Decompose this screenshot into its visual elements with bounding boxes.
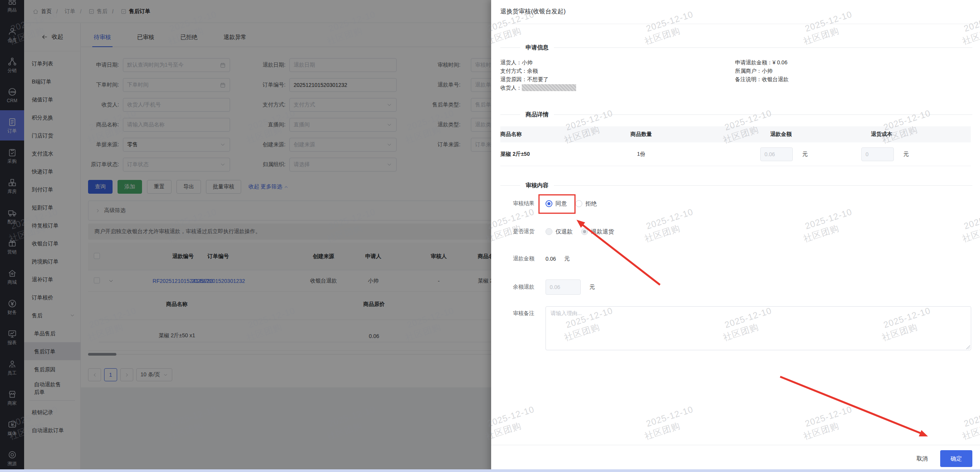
refund-only-radio[interactable] bbox=[546, 228, 552, 235]
refund-amount-input[interactable]: 0.06 bbox=[760, 147, 793, 161]
refund-amount-label: 退款金额 bbox=[513, 255, 534, 262]
review-drawer: 退换货审核(收银台发起) 申请信息 退货人：小帅支付方式：余额退货原因：不想要了… bbox=[491, 0, 980, 472]
modal-mask[interactable] bbox=[0, 0, 491, 472]
balance-refund-input[interactable]: 0.06 bbox=[546, 279, 581, 295]
apply-info-item: 收货人： bbox=[500, 83, 576, 92]
review-remark-label: 审核备注 bbox=[513, 310, 534, 317]
bottom-scrollbar[interactable] bbox=[0, 469, 980, 472]
agree-label[interactable]: 同意 bbox=[555, 200, 567, 207]
apply-info-item: 备注说明：收银台退款 bbox=[735, 75, 789, 83]
refund-return-radio[interactable] bbox=[581, 228, 588, 235]
product-table-header: 商品名称 商品数量 退款金额 退货成本 bbox=[500, 126, 971, 142]
reject-label[interactable]: 拒绝 bbox=[585, 200, 597, 207]
apply-info-item: 申请退款金额：¥ 0.06 bbox=[735, 58, 789, 67]
refund-amount-value: 0.06 bbox=[546, 256, 556, 262]
redacted-value bbox=[522, 84, 576, 91]
apply-info-left: 退货人：小帅支付方式：余额退货原因：不想要了收货人： bbox=[500, 58, 576, 92]
resize-handle[interactable] bbox=[965, 345, 970, 349]
remark-placeholder: 请输入理由... bbox=[550, 310, 582, 316]
section-product-detail: 商品详情 bbox=[500, 111, 972, 118]
apply-info-item: 支付方式：余额 bbox=[500, 67, 576, 75]
return-cost-input[interactable]: 0 bbox=[861, 147, 894, 161]
review-result-row: 审核结果 同意 拒绝 bbox=[513, 200, 534, 207]
review-result-label: 审核结果 bbox=[513, 200, 534, 207]
product-qty: 1份 bbox=[603, 151, 679, 158]
apply-info-item: 所属商户：小帅 bbox=[735, 67, 789, 75]
section-apply-info: 申请信息 bbox=[500, 44, 972, 51]
apply-info-item: 退货原因：不想要了 bbox=[500, 75, 576, 83]
apply-info-right: 申请退款金额：¥ 0.06所属商户：小帅备注说明：收银台退款 bbox=[735, 58, 789, 83]
cancel-button[interactable]: 取消 bbox=[913, 452, 932, 465]
agree-radio[interactable] bbox=[546, 200, 552, 207]
app-root: 商品 会员 分销 CRM CRM 订单 采购 bbox=[0, 0, 980, 472]
refund-return-label: 退款退货 bbox=[591, 228, 614, 235]
review-remark-textarea[interactable]: 请输入理由... bbox=[546, 306, 971, 350]
review-remark-label-row: 审核备注 bbox=[513, 310, 534, 317]
product-name: 菜椒 2斤±50 bbox=[500, 151, 530, 158]
return-goods-row: 是否退货 仅退款 退款退货 bbox=[513, 228, 534, 235]
balance-refund-label: 余额退款 bbox=[513, 284, 534, 291]
drawer-footer: 取消 确定 bbox=[491, 445, 980, 472]
balance-refund-row: 余额退款 0.06 元 bbox=[513, 279, 534, 295]
reject-radio[interactable] bbox=[575, 200, 582, 207]
section-review-content: 审核内容 bbox=[500, 182, 972, 189]
confirm-button[interactable]: 确定 bbox=[940, 450, 972, 467]
apply-info-item: 退货人：小帅 bbox=[500, 58, 576, 67]
product-table-row: 菜椒 2斤±50 1份 0.06 元 0 元 bbox=[500, 142, 971, 166]
refund-amount-row: 退款金额 0.06 元 bbox=[513, 255, 534, 262]
refund-only-label: 仅退款 bbox=[555, 228, 573, 235]
return-goods-label: 是否退货 bbox=[513, 228, 534, 235]
drawer-title: 退换货审核(收银台发起) bbox=[500, 8, 566, 16]
